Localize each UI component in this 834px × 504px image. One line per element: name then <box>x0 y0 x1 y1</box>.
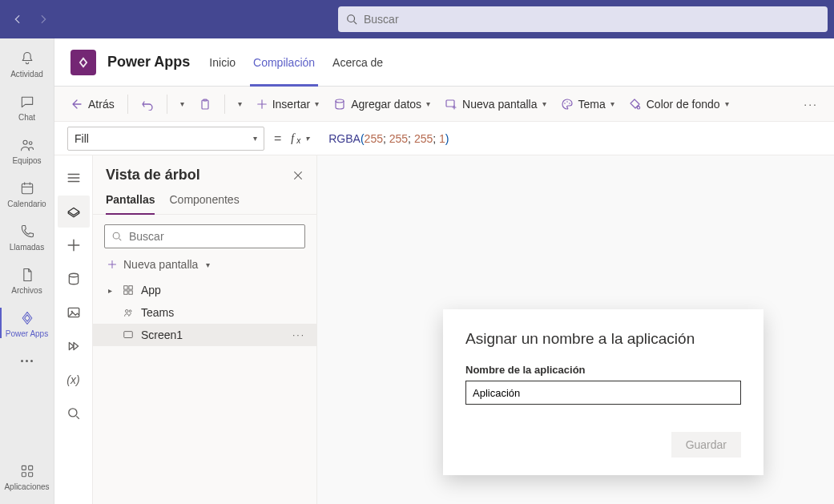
tool-insert[interactable] <box>58 229 90 261</box>
chevron-down-icon: ▾ <box>206 260 210 269</box>
rail-item-label: Llamadas <box>10 243 44 252</box>
chevron-down-icon: ▾ <box>725 99 729 108</box>
rail-item-calls[interactable]: Llamadas <box>0 215 54 258</box>
paste-button[interactable] <box>194 95 216 114</box>
back-button[interactable]: Atrás <box>66 95 119 114</box>
undo-icon <box>141 98 154 111</box>
tree-item-app[interactable]: ▸ App <box>93 279 316 301</box>
svg-point-18 <box>569 103 570 104</box>
screen-icon <box>122 329 135 341</box>
svg-rect-11 <box>28 472 32 476</box>
bucket-icon <box>629 98 642 111</box>
tool-variables[interactable]: (x) <box>58 364 90 396</box>
add-data-button[interactable]: Agregar datos ▾ <box>328 95 435 114</box>
formula-bar: Fill ▾ = fx▾ RGBA(255; 255; 255; 1) <box>54 122 834 155</box>
rail-more-button[interactable] <box>0 345 54 377</box>
tool-media[interactable] <box>58 296 90 329</box>
nav-back-button[interactable] <box>6 8 29 30</box>
global-search-input[interactable] <box>364 13 820 26</box>
tree-tab-screens[interactable]: Pantallas <box>106 188 155 214</box>
svg-point-30 <box>126 310 129 313</box>
overflow-button[interactable]: ··· <box>799 95 823 114</box>
nav-forward-button[interactable] <box>32 8 54 30</box>
palette-icon <box>561 98 574 111</box>
chevron-down-icon: ▾ <box>315 99 319 108</box>
svg-rect-8 <box>22 466 26 470</box>
clipboard-icon <box>199 98 212 111</box>
ellipsis-icon: ··· <box>804 98 818 111</box>
plus-icon <box>107 260 117 269</box>
tool-search[interactable] <box>58 397 90 429</box>
tool-data[interactable] <box>58 263 90 295</box>
rail-item-label: Archivos <box>11 286 42 295</box>
svg-point-17 <box>566 101 568 103</box>
app-header: Power Apps Inicio Compilación Acerca de <box>54 38 834 87</box>
rail-item-label: Actividad <box>10 70 43 79</box>
rail-item-teams[interactable]: Equipos <box>0 128 54 171</box>
svg-rect-10 <box>22 472 26 476</box>
insert-button[interactable]: Insertar ▾ <box>252 95 324 114</box>
app-name-label: Nombre de la aplicación <box>465 364 741 376</box>
svg-point-3 <box>29 141 32 144</box>
svg-rect-29 <box>129 291 132 294</box>
app-tab-home[interactable]: Inicio <box>206 38 239 87</box>
calendar-icon <box>18 179 37 198</box>
new-screen-button[interactable]: Nueva pantalla ▾ <box>440 95 550 114</box>
tree-item-more-button[interactable]: ··· <box>292 329 305 341</box>
tree-search[interactable] <box>104 224 305 248</box>
chevron-down-icon: ▾ <box>542 99 546 108</box>
file-icon <box>18 265 37 284</box>
powerapps-icon <box>18 308 37 328</box>
app-name-input[interactable] <box>465 381 741 405</box>
tool-hamburger[interactable] <box>58 162 90 194</box>
property-dropdown[interactable]: Fill ▾ <box>67 127 264 151</box>
fx-button[interactable]: fx▾ <box>291 132 309 145</box>
formula-input[interactable]: RGBA(255; 255; 255; 1) <box>317 132 821 145</box>
rail-item-activity[interactable]: Actividad <box>0 42 54 85</box>
svg-line-1 <box>354 22 357 25</box>
title-bar <box>0 0 834 38</box>
tool-advanced[interactable] <box>58 330 90 362</box>
undo-button[interactable] <box>136 95 159 114</box>
undo-split-button[interactable]: ▾ <box>175 96 189 111</box>
powerapps-app-icon <box>71 50 96 75</box>
rail-item-powerapps[interactable]: Power Apps <box>0 301 54 345</box>
rail-item-label: Aplicaciones <box>4 482 49 491</box>
bell-icon <box>18 49 37 68</box>
tree-new-screen-button[interactable]: Nueva pantalla ▾ <box>93 253 316 276</box>
tree-search-input[interactable] <box>129 230 298 243</box>
tree-tab-components[interactable]: Componentes <box>169 188 239 214</box>
bg-color-button[interactable]: Color de fondo ▾ <box>624 95 734 114</box>
svg-point-16 <box>564 103 566 104</box>
app-tab-about[interactable]: Acerca de <box>329 38 386 87</box>
rail-item-label: Chat <box>18 113 35 122</box>
teams-icon <box>122 306 135 319</box>
theme-button[interactable]: Tema ▾ <box>556 95 619 114</box>
close-panel-button[interactable] <box>292 170 304 181</box>
rail-item-calendar[interactable]: Calendario <box>0 171 54 215</box>
app-tab-build[interactable]: Compilación <box>250 38 318 87</box>
tree-item-screen1[interactable]: Screen1 ··· <box>93 324 316 346</box>
svg-line-23 <box>76 416 79 418</box>
equals-sign: = <box>272 131 283 146</box>
data-icon <box>333 98 346 111</box>
svg-point-31 <box>129 310 131 312</box>
tree-item-teams[interactable]: Teams <box>93 301 316 324</box>
svg-rect-9 <box>28 466 32 470</box>
rail-item-files[interactable]: Archivos <box>0 258 54 301</box>
rail-item-label: Calendario <box>7 200 46 208</box>
tool-tree-view[interactable] <box>58 196 90 228</box>
svg-point-19 <box>69 273 78 277</box>
rail-item-chat[interactable]: Chat <box>0 85 54 128</box>
expand-icon[interactable]: ▸ <box>104 286 115 295</box>
paste-split-button[interactable]: ▾ <box>233 96 247 111</box>
app-title: Power Apps <box>107 54 190 71</box>
people-icon <box>18 135 37 155</box>
save-button[interactable]: Guardar <box>671 432 741 458</box>
global-search[interactable] <box>338 6 828 32</box>
svg-rect-12 <box>202 100 208 109</box>
chevron-down-icon: ▾ <box>426 99 430 108</box>
rail-item-apps[interactable]: Aplicaciones <box>0 454 54 498</box>
dialog-title: Asignar un nombre a la aplicación <box>465 330 741 348</box>
chat-icon <box>18 92 37 111</box>
